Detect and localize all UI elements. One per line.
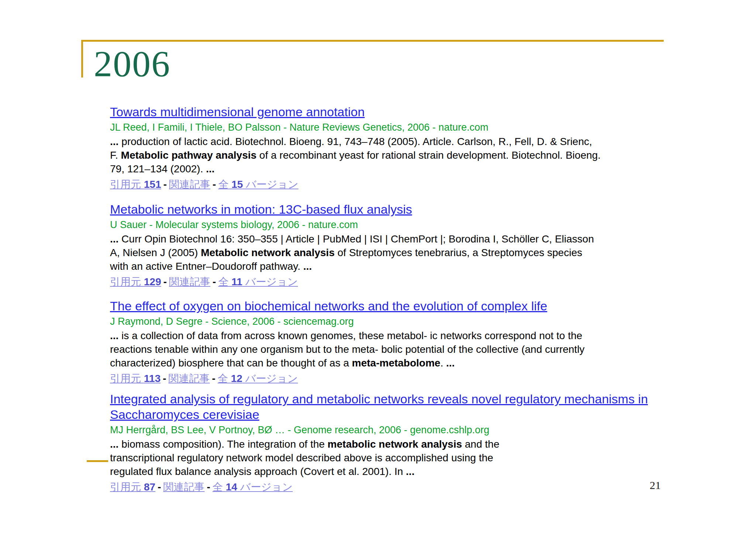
link-separator: - [210, 179, 218, 190]
link-separator: - [161, 179, 169, 190]
cited-by-link[interactable]: 引用元 87 [110, 481, 155, 493]
result-links: 引用元 113-関連記事-全 12 バージョン [110, 372, 680, 385]
link-separator: - [155, 481, 163, 493]
slide-left-border [81, 40, 83, 77]
related-articles-link[interactable]: 関連記事 [163, 481, 205, 493]
slide-title: 2006 [94, 44, 171, 84]
result-authors: J Raymond, D Segre - Science, 2006 - sci… [110, 315, 680, 328]
slide-top-border [81, 40, 664, 42]
all-versions-link[interactable]: 全 15 バージョン [218, 179, 298, 190]
cited-by-link[interactable]: 引用元 129 [110, 276, 161, 287]
result-authors: MJ Herrgård, BS Lee, V Portnoy, BØ … - G… [110, 424, 680, 436]
result-title-link[interactable]: Integrated analysis of regulatory and me… [110, 392, 648, 421]
result-links: 引用元 129-関連記事-全 11 バージョン [110, 275, 680, 289]
result-links: 引用元 87-関連記事-全 14 バージョン [110, 480, 680, 494]
cited-by-link[interactable]: 引用元 113 [110, 373, 161, 384]
link-separator: - [161, 276, 169, 287]
related-articles-link[interactable]: 関連記事 [168, 373, 210, 384]
search-result: Metabolic networks in motion: 13C-based … [110, 201, 680, 289]
all-versions-link[interactable]: 全 12 バージョン [218, 373, 298, 384]
related-articles-link[interactable]: 関連記事 [169, 276, 210, 287]
search-result: The effect of oxygen on biochemical netw… [110, 298, 680, 385]
cited-by-link[interactable]: 引用元 151 [110, 179, 161, 190]
link-separator: - [210, 373, 217, 384]
slide-bottom-left-accent [87, 460, 108, 462]
result-snippet: ... production of lactic acid. Biotechno… [110, 135, 601, 176]
link-separator: - [205, 481, 212, 493]
search-result: Integrated analysis of regulatory and me… [110, 391, 680, 494]
all-versions-link[interactable]: 全 11 バージョン [218, 276, 298, 287]
link-separator: - [161, 373, 168, 384]
result-title-link[interactable]: Metabolic networks in motion: 13C-based … [110, 202, 412, 216]
all-versions-link[interactable]: 全 14 バージョン [213, 481, 293, 493]
page-number: 21 [650, 479, 661, 492]
link-separator: - [210, 276, 218, 287]
result-authors: JL Reed, I Famili, I Thiele, BO Palsson … [110, 121, 680, 134]
result-title-link[interactable]: The effect of oxygen on biochemical netw… [110, 299, 547, 313]
result-snippet: ... Curr Opin Biotechnol 16: 350–355 | A… [110, 232, 601, 273]
search-result: Towards multidimensional genome annotati… [110, 104, 680, 191]
result-snippet: ... is a collection of data from across … [110, 329, 601, 370]
result-title-link[interactable]: Towards multidimensional genome annotati… [110, 105, 365, 119]
result-links: 引用元 151-関連記事-全 15 バージョン [110, 178, 680, 191]
related-articles-link[interactable]: 関連記事 [169, 179, 210, 190]
result-authors: U Sauer - Molecular systems biology, 200… [110, 218, 680, 231]
result-snippet: ... biomass composition). The integratio… [110, 437, 503, 478]
